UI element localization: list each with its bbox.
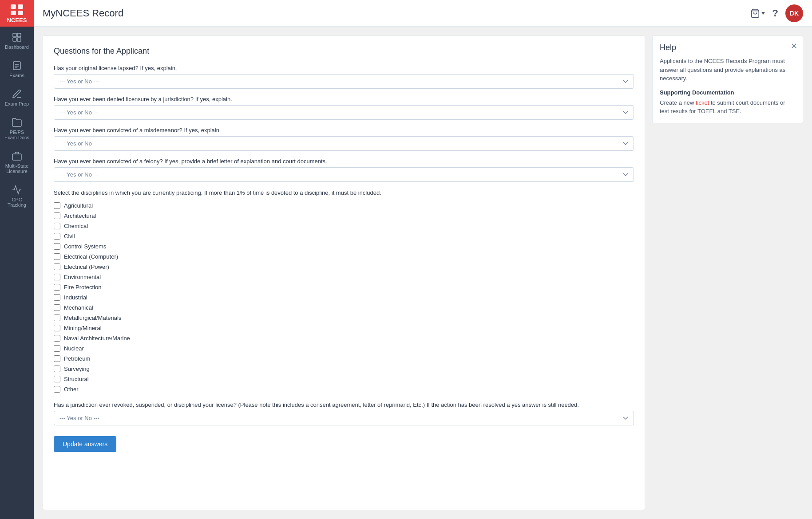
sidebar-item-exam-prep[interactable]: Exam Prep: [0, 83, 34, 112]
topbar: MyNCEES Record ? DK: [34, 0, 812, 27]
list-item[interactable]: Environmental: [54, 274, 634, 280]
sidebar-item-dashboard-label: Dashboard: [5, 44, 29, 50]
list-item[interactable]: Civil: [54, 233, 634, 240]
svg-rect-1: [18, 4, 23, 9]
checkbox-civil[interactable]: [54, 233, 60, 240]
checkbox-structural[interactable]: [54, 376, 60, 382]
svg-rect-3: [18, 11, 23, 15]
cart-dropdown-icon: [761, 11, 765, 16]
disciplines-list: AgriculturalArchitecturalChemicalCivilCo…: [54, 202, 634, 393]
disciplines-label: Select the disciplines in which you are …: [54, 189, 634, 197]
checkbox-petroleum[interactable]: [54, 355, 60, 362]
help-description: Applicants to the NCEES Records Program …: [660, 57, 796, 83]
help-title: Help: [660, 43, 796, 52]
checkbox-chemical[interactable]: [54, 223, 60, 229]
sidebar-item-multi-state-label: Multi-State Licensure: [5, 163, 29, 174]
question-1-select[interactable]: --- Yes or No --- Yes No: [54, 74, 634, 89]
sidebar-item-exams-label: Exams: [9, 73, 24, 78]
help-close-button[interactable]: ✕: [791, 41, 797, 51]
checkbox-fire-protection[interactable]: [54, 284, 60, 291]
supporting-doc-title: Supporting Documentation: [660, 89, 796, 96]
question-2-label: Have you ever been denied licensure by a…: [54, 96, 634, 102]
update-answers-button[interactable]: Update answers: [54, 436, 116, 452]
question-3-label: Have you ever been convicted of a misdem…: [54, 127, 634, 134]
svg-rect-4: [13, 33, 16, 37]
svg-rect-6: [13, 38, 16, 41]
content-area: Questions for the Applicant Has your ori…: [34, 27, 812, 519]
supporting-doc-text: Create a new ticket to submit court docu…: [660, 98, 796, 116]
sidebar-item-pe-ps-label: PE/PS Exam Docs: [4, 130, 29, 140]
form-panel: Questions for the Applicant Has your ori…: [43, 35, 645, 510]
list-item[interactable]: Mining/Mineral: [54, 325, 634, 331]
checkbox-environmental[interactable]: [54, 274, 60, 280]
svg-rect-7: [17, 38, 21, 41]
checkbox-control-systems[interactable]: [54, 243, 60, 250]
checkbox-industrial[interactable]: [54, 294, 60, 301]
avatar[interactable]: DK: [785, 4, 803, 22]
ncees-logo-icon: [10, 4, 24, 16]
list-item[interactable]: Surveying: [54, 366, 634, 372]
help-panel: ✕ Help Applicants to the NCEES Records P…: [652, 35, 803, 123]
help-icon[interactable]: ?: [772, 8, 778, 19]
checkbox-nuclear[interactable]: [54, 345, 60, 352]
sidebar-item-exam-prep-label: Exam Prep: [5, 101, 29, 106]
last-question: Has a jurisdiction ever revoked, suspend…: [54, 401, 634, 425]
question-1: Has your original license lapsed? If yes…: [54, 65, 634, 89]
topbar-icons: ? DK: [750, 4, 803, 22]
list-item[interactable]: Chemical: [54, 223, 634, 229]
ncees-logo[interactable]: NCEES: [0, 0, 34, 27]
question-3-select[interactable]: --- Yes or No --- Yes No: [54, 136, 634, 151]
checkbox-electrical--computer-[interactable]: [54, 253, 60, 260]
sidebar-item-pe-ps[interactable]: PE/PS Exam Docs: [0, 112, 34, 145]
sidebar-item-dashboard[interactable]: Dashboard: [0, 27, 34, 55]
question-3: Have you ever been convicted of a misdem…: [54, 127, 634, 151]
list-item[interactable]: Control Systems: [54, 243, 634, 250]
sidebar-item-exams[interactable]: Exams: [0, 55, 34, 83]
checkbox-naval-architecture-marine[interactable]: [54, 335, 60, 342]
last-question-label: Has a jurisdiction ever revoked, suspend…: [54, 401, 634, 408]
checkbox-metallurgical-materials[interactable]: [54, 315, 60, 321]
sidebar: NCEES Dashboard Exams Exam Prep PE/PS E: [0, 0, 34, 519]
main-area: MyNCEES Record ? DK Questions for the Ap…: [34, 0, 812, 519]
checkbox-other[interactable]: [54, 386, 60, 393]
list-item[interactable]: Naval Architecture/Marine: [54, 335, 634, 342]
list-item[interactable]: Other: [54, 386, 634, 393]
list-item[interactable]: Nuclear: [54, 345, 634, 352]
list-item[interactable]: Electrical (Computer): [54, 253, 634, 260]
question-2-select[interactable]: --- Yes or No --- Yes No: [54, 105, 634, 120]
svg-rect-8: [13, 62, 20, 70]
list-item[interactable]: Petroleum: [54, 355, 634, 362]
question-1-label: Has your original license lapsed? If yes…: [54, 65, 634, 71]
sidebar-item-cpc-tracking[interactable]: CPC Tracking: [0, 179, 34, 213]
svg-rect-5: [17, 33, 21, 37]
svg-marker-14: [761, 12, 765, 15]
ncees-logo-text: NCEES: [7, 17, 27, 24]
list-item[interactable]: Architectural: [54, 212, 634, 219]
cart-button[interactable]: [750, 8, 765, 18]
question-4-select[interactable]: --- Yes or No --- Yes No: [54, 167, 634, 182]
list-item[interactable]: Industrial: [54, 294, 634, 301]
question-4-label: Have you ever been convicted of a felony…: [54, 158, 634, 165]
checkbox-mechanical[interactable]: [54, 304, 60, 311]
question-4: Have you ever been convicted of a felony…: [54, 158, 634, 182]
svg-rect-12: [12, 154, 21, 160]
checkbox-electrical--power-[interactable]: [54, 263, 60, 270]
svg-rect-2: [11, 11, 16, 15]
checkbox-surveying[interactable]: [54, 366, 60, 372]
list-item[interactable]: Fire Protection: [54, 284, 634, 291]
form-title: Questions for the Applicant: [54, 47, 634, 56]
list-item[interactable]: Electrical (Power): [54, 263, 634, 270]
checkbox-architectural[interactable]: [54, 212, 60, 219]
last-question-select[interactable]: --- Yes or No --- Yes No: [54, 411, 634, 425]
checkbox-agricultural[interactable]: [54, 202, 60, 209]
list-item[interactable]: Mechanical: [54, 304, 634, 311]
sidebar-item-multi-state[interactable]: Multi-State Licensure: [0, 145, 34, 179]
checkbox-mining-mineral[interactable]: [54, 325, 60, 331]
question-2: Have you ever been denied licensure by a…: [54, 96, 634, 120]
sidebar-item-cpc-tracking-label: CPC Tracking: [8, 197, 26, 208]
list-item[interactable]: Metallurgical/Materials: [54, 315, 634, 321]
list-item[interactable]: Structural: [54, 376, 634, 382]
page-title: MyNCEES Record: [43, 8, 750, 19]
ticket-link[interactable]: ticket: [696, 99, 709, 106]
list-item[interactable]: Agricultural: [54, 202, 634, 209]
